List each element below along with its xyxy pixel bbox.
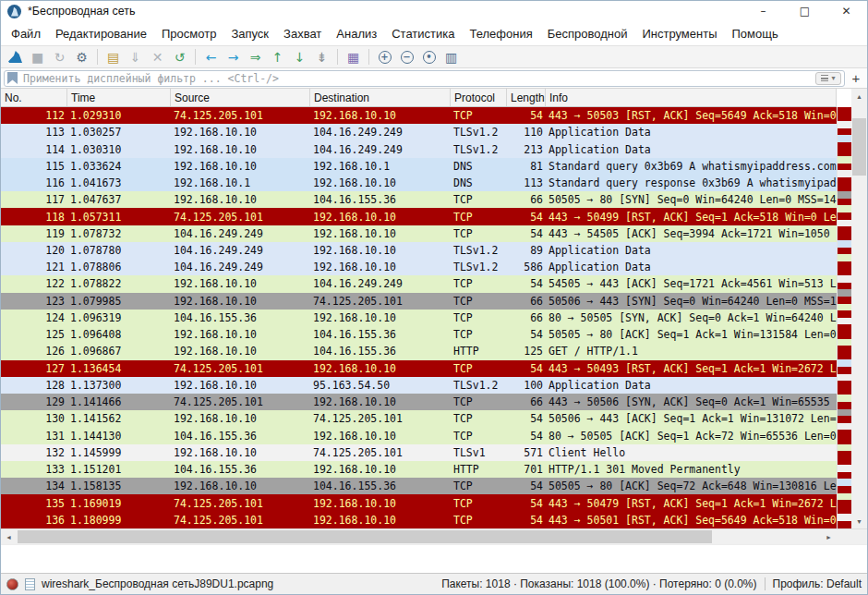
- menu-item-11[interactable]: Помощь: [725, 23, 786, 44]
- packet-row[interactable]: 1291.14146674.125.205.101192.168.10.10TC…: [1, 394, 837, 410]
- close-file-button[interactable]: ✕: [147, 47, 168, 67]
- menu-item-6[interactable]: Анализ: [329, 23, 384, 44]
- goto-packet-button[interactable]: ⇒: [245, 47, 266, 67]
- packet-row[interactable]: 1121.02931074.125.205.101192.168.10.10TC…: [1, 107, 837, 124]
- packet-row[interactable]: 1181.05731174.125.205.101192.168.10.10TC…: [1, 208, 837, 225]
- packet-row[interactable]: 1341.158135192.168.10.10104.16.155.36TCP…: [1, 478, 837, 494]
- column-header-info[interactable]: Info: [546, 89, 837, 106]
- save-file-button[interactable]: ⇓: [125, 47, 146, 67]
- column-header-length[interactable]: Length: [507, 89, 546, 106]
- packet-row[interactable]: 1211.078806104.16.249.249192.168.10.10TL…: [1, 259, 837, 275]
- open-file-button[interactable]: ▤: [102, 47, 124, 67]
- packet-row[interactable]: 1191.078732104.16.249.249192.168.10.10TC…: [1, 225, 837, 242]
- cell-length: 586: [507, 261, 546, 273]
- auto-scroll-button[interactable]: ⇟: [311, 47, 332, 67]
- packet-row[interactable]: 1241.096319104.16.155.36192.168.10.10TCP…: [1, 310, 837, 326]
- cell-length: 54: [507, 109, 546, 122]
- scroll-left-button[interactable]: ◄: [1, 529, 17, 544]
- menu-item-9[interactable]: Беспроводной: [540, 23, 635, 44]
- menu-item-8[interactable]: Телефония: [462, 23, 539, 44]
- zoom-reset-button[interactable]: •: [418, 47, 440, 67]
- cell-length: 81: [507, 160, 546, 173]
- cell-no: 127: [1, 362, 67, 375]
- packet-row[interactable]: 1301.141562192.168.10.1074.125.205.101TC…: [1, 410, 837, 427]
- vertical-scrollbar[interactable]: ▲ ▼: [851, 89, 867, 528]
- packet-row[interactable]: 1141.030310192.168.10.10104.16.249.249TL…: [1, 140, 837, 157]
- packet-row[interactable]: 1361.18099974.125.205.101192.168.10.10TC…: [1, 512, 837, 528]
- scroll-right-button[interactable]: ►: [821, 529, 837, 544]
- zoom-in-button[interactable]: +: [374, 47, 395, 67]
- cell-protocol: DNS: [451, 160, 507, 173]
- menu-item-1[interactable]: Файл: [4, 23, 48, 44]
- packet-row[interactable]: 1151.033624192.168.10.10192.168.10.1DNS8…: [1, 158, 837, 175]
- add-filter-button[interactable]: +: [848, 70, 864, 87]
- cell-destination: 192.168.10.10: [310, 514, 451, 527]
- column-header-no[interactable]: No.: [1, 89, 67, 106]
- cell-source: 192.168.10.10: [171, 446, 310, 459]
- capture-options-button[interactable]: ⚙: [71, 47, 92, 67]
- horizontal-scrollbar-row: ◄ ►: [1, 528, 867, 544]
- packet-row[interactable]: 1171.047637192.168.10.10104.16.155.36TCP…: [1, 191, 837, 208]
- maximize-button[interactable]: □: [784, 1, 826, 21]
- packet-row[interactable]: 1231.079985192.168.10.1074.125.205.101TC…: [1, 293, 837, 310]
- column-header-time[interactable]: Time: [67, 89, 171, 106]
- packet-row[interactable]: 1281.137300192.168.10.1095.163.54.50TLSv…: [1, 377, 837, 394]
- expert-info-button[interactable]: [6, 578, 18, 590]
- zoom-out-button[interactable]: −: [396, 47, 417, 67]
- display-filter-input[interactable]: [21, 71, 812, 86]
- go-last-button[interactable]: ↓: [289, 47, 310, 67]
- packet-row[interactable]: 1251.096408192.168.10.10104.16.155.36TCP…: [1, 326, 837, 343]
- menu-item-5[interactable]: Захват: [276, 23, 329, 44]
- capture-file-properties-button[interactable]: [25, 578, 35, 590]
- vertical-scroll-track[interactable]: [851, 103, 867, 514]
- packet-row[interactable]: 1321.145999192.168.10.1074.125.205.101TL…: [1, 444, 837, 461]
- column-header-protocol[interactable]: Protocol: [451, 89, 507, 106]
- packet-stats: Пакеты: 1018 · Показаны: 1018 (100.0%) ·…: [441, 577, 756, 590]
- minimap-stripe: [838, 121, 851, 128]
- intelligent-scrollbar-minimap[interactable]: [837, 107, 851, 528]
- packet-row[interactable]: 1351.16901974.125.205.101192.168.10.10TC…: [1, 494, 837, 511]
- packet-row[interactable]: 1331.151201104.16.155.36192.168.10.10HTT…: [1, 461, 837, 478]
- cell-protocol: TCP: [451, 211, 507, 224]
- filter-expression-button[interactable]: ▾: [815, 72, 841, 85]
- cell-destination: 192.168.10.10: [310, 211, 451, 224]
- colorize-button[interactable]: ▦: [343, 47, 364, 67]
- scroll-up-button[interactable]: ▲: [851, 89, 867, 103]
- close-button[interactable]: ✕: [826, 1, 867, 21]
- minimize-button[interactable]: –: [742, 1, 784, 21]
- packet-row[interactable]: 1271.13645474.125.205.101192.168.10.10TC…: [1, 360, 837, 377]
- minimap-stripe: [838, 240, 851, 248]
- forward-button[interactable]: →: [223, 47, 244, 67]
- profile-label[interactable]: Профиль: Default: [773, 577, 862, 590]
- column-header-destination[interactable]: Destination: [310, 89, 451, 106]
- packet-row[interactable]: 1261.096867192.168.10.10104.16.155.36HTT…: [1, 343, 837, 359]
- filter-bookmark-icon[interactable]: [7, 72, 18, 84]
- titlebar: *Беспроводная сеть – □ ✕: [1, 1, 867, 21]
- scroll-down-button[interactable]: ▼: [851, 514, 867, 528]
- stop-capture-button[interactable]: ■: [27, 47, 48, 67]
- packet-row[interactable]: 1311.144130104.16.155.36192.168.10.10TCP…: [1, 427, 837, 443]
- horizontal-scroll-thumb[interactable]: [18, 530, 712, 543]
- packet-row[interactable]: 1161.041673192.168.10.1192.168.10.10DNS1…: [1, 175, 837, 191]
- packet-row[interactable]: 1221.078822192.168.10.10104.16.249.249TC…: [1, 275, 837, 292]
- cell-no: 133: [1, 463, 67, 476]
- cell-length: 701: [507, 463, 546, 476]
- start-capture-button[interactable]: ▲: [5, 47, 26, 67]
- column-header-source[interactable]: Source: [171, 89, 310, 106]
- packet-row[interactable]: 1131.030257192.168.10.10104.16.249.249TL…: [1, 124, 837, 140]
- resize-columns-button[interactable]: ▥: [440, 47, 462, 67]
- cell-source: 74.125.205.101: [171, 395, 310, 408]
- restart-capture-button[interactable]: ↻: [49, 47, 70, 67]
- packet-list[interactable]: 1121.02931074.125.205.101192.168.10.10TC…: [1, 107, 837, 528]
- packet-row[interactable]: 1201.078780104.16.249.249192.168.10.10TL…: [1, 242, 837, 259]
- reload-file-button[interactable]: ↺: [169, 47, 190, 67]
- menu-item-3[interactable]: Просмотр: [154, 23, 223, 44]
- go-first-button[interactable]: ↑: [267, 47, 288, 67]
- menu-item-10[interactable]: Инструменты: [634, 23, 724, 44]
- menu-item-2[interactable]: Редактирование: [48, 23, 154, 44]
- back-button[interactable]: ←: [200, 47, 222, 67]
- vertical-scroll-thumb[interactable]: [852, 118, 866, 176]
- horizontal-scrollbar[interactable]: ◄ ►: [1, 529, 837, 544]
- menu-item-4[interactable]: Запуск: [223, 23, 276, 44]
- menu-item-7[interactable]: Статистика: [384, 23, 462, 44]
